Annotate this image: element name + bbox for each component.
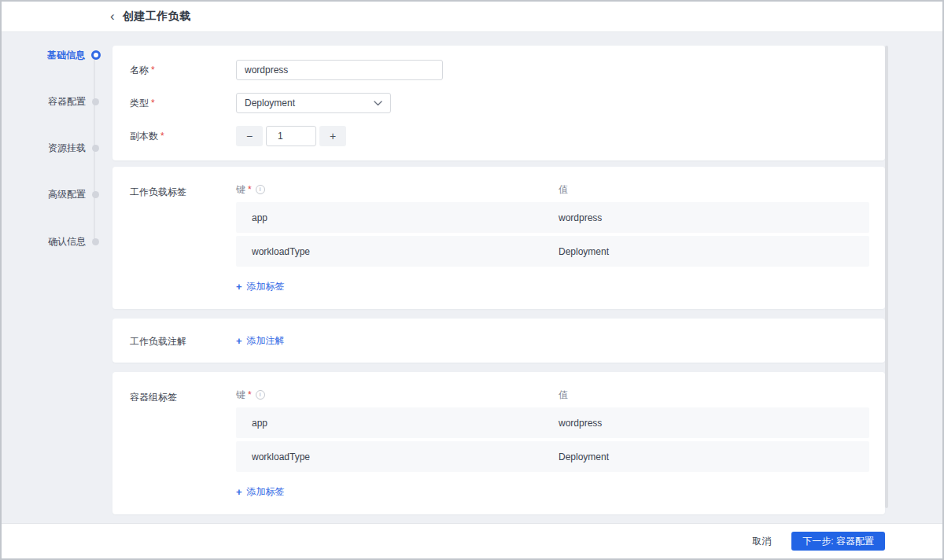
step-nav: 基础信息 容器配置 资源挂载 高级配置 确认信息: [43, 32, 105, 523]
cancel-button[interactable]: 取消: [752, 535, 771, 548]
label-key: app: [252, 418, 267, 429]
increment-button[interactable]: +: [319, 126, 346, 146]
step-dot-active-icon: [91, 50, 101, 60]
required-mark: *: [248, 184, 252, 195]
footer-bar: 取消 下一步: 容器配置: [2, 523, 942, 558]
name-label: 名称*: [130, 64, 236, 77]
add-annotation-text: 添加注解: [247, 334, 285, 348]
type-label: 类型*: [130, 97, 236, 110]
step-container-config[interactable]: 容器配置: [43, 95, 105, 108]
replicas-field-row: 副本数* − +: [130, 126, 869, 146]
name-label-text: 名称: [130, 64, 149, 76]
add-label-link[interactable]: + 添加标签: [236, 485, 285, 499]
replicas-input[interactable]: [266, 126, 316, 146]
decrement-button[interactable]: −: [236, 126, 263, 146]
step-basic-info[interactable]: 基础信息: [43, 49, 105, 61]
label-value: Deployment: [559, 246, 609, 257]
content-area: 基础信息 容器配置 资源挂载 高级配置 确认信息 名称*: [2, 32, 942, 523]
back-chevron-icon: ‹: [110, 9, 115, 23]
step-label: 资源挂载: [48, 142, 86, 155]
required-mark: *: [151, 64, 155, 76]
replicas-label: 副本数*: [130, 130, 236, 143]
plus-icon: +: [236, 486, 242, 498]
step-label: 基础信息: [47, 49, 85, 62]
add-label-text: 添加标签: [247, 280, 285, 293]
type-field-row: 类型* Deployment: [130, 93, 869, 113]
workload-labels-card: 工作负载标签 键* i 值 app wordpress worklo: [112, 167, 885, 309]
add-label-link[interactable]: + 添加标签: [236, 280, 285, 293]
step-advanced-config[interactable]: 高级配置: [43, 188, 105, 201]
step-resource-mount[interactable]: 资源挂载: [43, 142, 105, 154]
info-icon[interactable]: i: [256, 185, 265, 194]
top-bar: ‹ 创建工作负载: [2, 2, 942, 32]
pod-labels-table: 键* i 值 app wordpress workloadType Deploy…: [236, 389, 869, 499]
workload-labels-section-label: 工作负载标签: [130, 184, 236, 293]
add-annotation-link[interactable]: + 添加注解: [236, 334, 285, 348]
label-row[interactable]: workloadType Deployment: [236, 441, 869, 472]
plus-icon: +: [236, 281, 242, 293]
label-key: app: [252, 212, 267, 223]
required-mark: *: [151, 98, 155, 109]
label-key: workloadType: [252, 451, 310, 462]
step-confirm-info[interactable]: 确认信息: [43, 235, 105, 248]
back-button[interactable]: ‹ 创建工作负载: [110, 9, 191, 24]
workload-annotations-section-label: 工作负载注解: [130, 333, 236, 348]
name-field-row: 名称*: [130, 60, 869, 80]
step-dot-icon: [92, 238, 99, 245]
workload-annotations-card: 工作负载注解 + 添加注解: [112, 319, 885, 363]
step-dot-icon: [92, 98, 99, 105]
step-label: 确认信息: [48, 235, 86, 249]
value-header: 值: [559, 389, 568, 400]
table-header: 键* i 值: [236, 184, 869, 195]
type-select[interactable]: Deployment: [236, 93, 391, 113]
table-header: 键* i 值: [236, 389, 869, 400]
type-select-value: Deployment: [245, 98, 295, 109]
pod-labels-card: 容器组标签 键* i 值 app wordpress workloa: [112, 372, 885, 514]
add-label-text: 添加标签: [247, 485, 285, 499]
step-label: 高级配置: [48, 188, 86, 201]
label-value: Deployment: [559, 451, 609, 462]
chevron-down-icon: [374, 101, 382, 106]
label-value: wordpress: [559, 418, 602, 429]
label-key: workloadType: [252, 246, 310, 257]
label-row[interactable]: workloadType Deployment: [236, 236, 869, 267]
type-label-text: 类型: [130, 98, 149, 109]
replicas-stepper: − +: [236, 126, 346, 146]
basic-info-card: 名称* 类型* Deployment 副本数* −: [112, 46, 885, 160]
next-step-button[interactable]: 下一步: 容器配置: [791, 532, 885, 551]
step-label: 容器配置: [48, 95, 86, 109]
pod-labels-section-label: 容器组标签: [130, 389, 236, 499]
page-title: 创建工作负载: [123, 9, 191, 24]
name-input[interactable]: [236, 60, 443, 80]
vertical-scrollbar[interactable]: [885, 46, 888, 508]
value-header: 值: [559, 184, 568, 195]
key-header: 键: [236, 389, 245, 402]
label-row[interactable]: app wordpress: [236, 407, 869, 438]
replicas-label-text: 副本数: [130, 131, 158, 142]
label-value: wordpress: [559, 212, 602, 223]
required-mark: *: [160, 131, 164, 142]
workload-labels-table: 键* i 值 app wordpress workloadType Deploy…: [236, 184, 869, 293]
step-dot-icon: [92, 145, 99, 152]
info-icon[interactable]: i: [256, 390, 265, 400]
step-dot-icon: [92, 191, 99, 198]
required-mark: *: [248, 389, 252, 400]
key-header: 键: [236, 183, 245, 197]
plus-icon: +: [236, 335, 242, 347]
label-row[interactable]: app wordpress: [236, 202, 869, 233]
